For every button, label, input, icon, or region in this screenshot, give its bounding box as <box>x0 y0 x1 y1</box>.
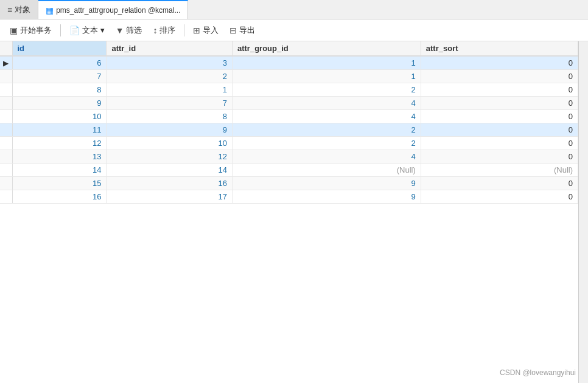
cell-attr-group-id-10: 9 <box>232 190 421 204</box>
export-label: 导出 <box>239 25 255 36</box>
cell-attr-sort-8: (Null) <box>421 164 578 177</box>
separator-2 <box>184 24 184 36</box>
scrollbar[interactable] <box>578 41 588 383</box>
export-button[interactable]: ⊟ 导出 <box>225 22 260 38</box>
cell-attr-id-8: 14 <box>107 164 233 177</box>
cell-attr-id-4: 8 <box>107 110 233 123</box>
watermark: CSDN @lovewangyihui <box>500 368 576 377</box>
row-indicator-2 <box>0 83 12 97</box>
cell-attr-group-id-4: 4 <box>232 110 421 123</box>
text-icon: 📄 <box>69 26 80 35</box>
col-attr-id-header[interactable]: attr_id <box>107 41 233 56</box>
col-indicator-header <box>0 41 12 56</box>
cell-attr-sort-9: 0 <box>421 177 578 190</box>
cell-attr-group-id-9: 9 <box>232 177 421 190</box>
sort-button[interactable]: ↕ 排序 <box>148 22 180 38</box>
cell-attr-id-6: 10 <box>107 137 233 150</box>
filter-label: 筛选 <box>126 25 142 36</box>
import-icon: ⊞ <box>193 26 200 35</box>
inactive-tab-label: 对象 <box>15 4 30 15</box>
cell-id-1: 7 <box>12 70 107 83</box>
cell-id-2: 8 <box>12 83 107 97</box>
col-id-header[interactable]: id <box>12 41 107 56</box>
begin-transaction-label: 开始事务 <box>20 25 52 36</box>
cell-id-10: 16 <box>12 190 107 204</box>
row-indicator-9 <box>0 177 12 190</box>
active-tab-icon: ▦ <box>46 5 54 15</box>
inactive-tab[interactable]: ≡ 对象 <box>0 0 38 19</box>
row-indicator-0: ▶ <box>0 56 12 70</box>
import-label: 导入 <box>203 25 219 36</box>
cell-id-7: 13 <box>12 150 107 164</box>
table-row[interactable]: 10840 <box>0 110 578 123</box>
table-row[interactable]: 8120 <box>0 83 578 97</box>
cell-id-9: 15 <box>12 177 107 190</box>
cell-attr-sort-6: 0 <box>421 137 578 150</box>
row-indicator-5 <box>0 123 12 137</box>
text-label: 文本 ▾ <box>82 25 105 36</box>
cell-attr-id-10: 17 <box>107 190 233 204</box>
cell-id-4: 10 <box>12 110 107 123</box>
table-row[interactable]: 1414(Null)(Null) <box>0 164 578 177</box>
separator-1 <box>60 24 61 36</box>
cell-attr-sort-10: 0 <box>421 190 578 204</box>
table-row[interactable]: 11920 <box>0 123 578 137</box>
cell-id-5: 11 <box>12 123 107 137</box>
cell-attr-group-id-2: 2 <box>232 83 421 97</box>
import-button[interactable]: ⊞ 导入 <box>188 22 223 38</box>
cell-attr-sort-5: 0 <box>421 123 578 137</box>
row-indicator-10 <box>0 190 12 204</box>
cell-id-3: 9 <box>12 97 107 110</box>
cell-attr-sort-1: 0 <box>421 70 578 83</box>
toolbar: ▣ 开始事务 📄 文本 ▾ ▼ 筛选 ↕ 排序 ⊞ 导入 ⊟ 导出 <box>0 19 588 41</box>
table-body: ▶631072108120974010840119201210201312401… <box>0 56 578 204</box>
table-row[interactable]: 151690 <box>0 177 578 190</box>
title-bar: ≡ 对象 ▦ pms_attr_attrgroup_relation @kcma… <box>0 0 588 19</box>
sort-label: 排序 <box>159 25 175 36</box>
cell-attr-id-7: 12 <box>107 150 233 164</box>
filter-icon: ▼ <box>116 26 124 35</box>
sort-icon: ↕ <box>153 26 157 35</box>
table-row[interactable]: 121020 <box>0 137 578 150</box>
row-indicator-1 <box>0 70 12 83</box>
cell-attr-group-id-3: 4 <box>232 97 421 110</box>
text-button[interactable]: 📄 文本 ▾ <box>65 22 110 38</box>
cell-attr-sort-7: 0 <box>421 150 578 164</box>
cell-attr-sort-3: 0 <box>421 97 578 110</box>
table-row[interactable]: ▶6310 <box>0 56 578 70</box>
table-row[interactable]: 7210 <box>0 70 578 83</box>
cell-attr-group-id-5: 2 <box>232 123 421 137</box>
cell-attr-group-id-0: 1 <box>232 56 421 70</box>
row-indicator-7 <box>0 150 12 164</box>
cell-id-8: 14 <box>12 164 107 177</box>
row-indicator-3 <box>0 97 12 110</box>
cell-attr-id-5: 9 <box>107 123 233 137</box>
cell-attr-sort-2: 0 <box>421 83 578 97</box>
cell-attr-group-id-8: (Null) <box>232 164 421 177</box>
col-attr-group-id-header[interactable]: attr_group_id <box>232 41 421 56</box>
main-content: id attr_id attr_group_id attr_sort ▶6310… <box>0 41 588 383</box>
watermark-text: CSDN @lovewangyihui <box>500 368 576 377</box>
cell-id-6: 12 <box>12 137 107 150</box>
cell-attr-sort-4: 0 <box>421 110 578 123</box>
row-indicator-6 <box>0 137 12 150</box>
active-tab-label: pms_attr_attrgroup_relation @kcmal... <box>56 6 180 15</box>
cell-attr-group-id-7: 4 <box>232 150 421 164</box>
table-row[interactable]: 131240 <box>0 150 578 164</box>
cell-attr-group-id-6: 2 <box>232 137 421 150</box>
active-tab[interactable]: ▦ pms_attr_attrgroup_relation @kcmal... <box>38 0 188 19</box>
cell-attr-sort-0: 0 <box>421 56 578 70</box>
cell-attr-id-9: 16 <box>107 177 233 190</box>
filter-button[interactable]: ▼ 筛选 <box>111 22 147 38</box>
begin-transaction-button[interactable]: ▣ 开始事务 <box>5 22 57 38</box>
table-area[interactable]: id attr_id attr_group_id attr_sort ▶6310… <box>0 41 578 383</box>
table-row[interactable]: 161790 <box>0 190 578 204</box>
row-indicator-4 <box>0 110 12 123</box>
cell-attr-id-0: 3 <box>107 56 233 70</box>
table-row[interactable]: 9740 <box>0 97 578 110</box>
col-attr-sort-header[interactable]: attr_sort <box>421 41 578 56</box>
cell-attr-group-id-1: 1 <box>232 70 421 83</box>
inactive-tab-icon: ≡ <box>7 5 12 15</box>
cell-attr-id-1: 2 <box>107 70 233 83</box>
data-table: id attr_id attr_group_id attr_sort ▶6310… <box>0 41 578 204</box>
